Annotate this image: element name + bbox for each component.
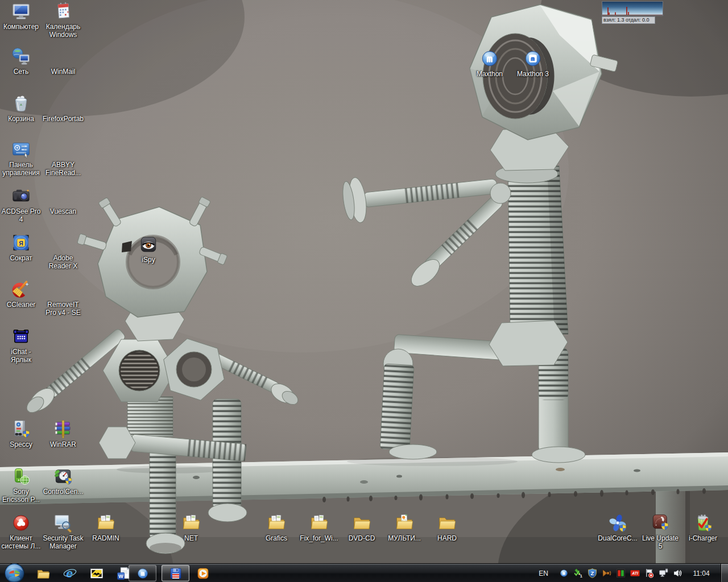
desktop-icons-layer: Компьютер Сеть Корзина Панель управления… xyxy=(0,0,728,563)
tray-layout-switcher[interactable] xyxy=(616,568,626,578)
tray-maxthon[interactable] xyxy=(559,568,569,578)
desktop-icon-label: RADMIN xyxy=(91,534,120,542)
tray-audio-horn[interactable] xyxy=(602,568,611,578)
tray-icon-image xyxy=(630,568,640,578)
desktop-icon-image xyxy=(52,419,74,439)
desktop-icon-label: Fix_for_Wi... xyxy=(299,534,339,542)
tray-icons xyxy=(559,568,682,578)
desktop-icon-live-update[interactable]: Live Update 5 xyxy=(638,513,682,550)
net-traffic-widget[interactable]: взял: 1.3 отдал: 0.0 xyxy=(602,1,663,24)
desktop-icon-maxthon3[interactable]: Maxthon 3 xyxy=(511,48,555,78)
taskbar-app-buttons xyxy=(129,564,212,582)
desktop-icon-label: Security Task Manager xyxy=(41,534,85,550)
taskbar-app-maxthon[interactable] xyxy=(129,565,156,581)
desktop-icon-sony-ericsson[interactable]: Sony Ericsson P... xyxy=(0,466,43,504)
taskbar-app-icon xyxy=(169,567,183,580)
desktop-icon-adobe-reader[interactable]: Adobe Reader X xyxy=(41,232,85,270)
desktop-icon-speccy[interactable]: Speccy xyxy=(0,419,43,448)
desktop-icon-image xyxy=(95,513,117,533)
desktop-icon-firefox-portable[interactable]: FirefoxPortab xyxy=(41,93,85,123)
desktop-icon-label: Сеть xyxy=(13,68,30,76)
desktop-icon-image xyxy=(10,139,32,160)
tray-network[interactable] xyxy=(659,568,668,578)
desktop-icon-vuescan[interactable]: Vuescan xyxy=(41,186,85,215)
desktop-icon-i-charger[interactable]: i-Charger xyxy=(681,513,725,542)
desktop-icon-control-panel[interactable]: Панель управления xyxy=(0,139,43,177)
desktop-icon-abbyy-finereader[interactable]: ABBYY FineRead... xyxy=(41,139,85,177)
desktop-icon-label: WinRAR xyxy=(49,440,77,448)
desktop-icon-lan-client[interactable]: Клиент системы Л... xyxy=(0,513,43,550)
desktop-icon-label: NET xyxy=(183,534,199,542)
desktop-icon-recycle-bin[interactable]: Корзина xyxy=(0,93,43,123)
desktop-icon-image xyxy=(52,232,74,253)
language-indicator[interactable]: EN xyxy=(536,568,551,579)
desktop-icon-image xyxy=(52,93,74,114)
desktop-icon-image xyxy=(52,466,74,487)
desktop-icon-computer[interactable]: Компьютер xyxy=(0,1,43,31)
tray-icon-image xyxy=(659,568,668,578)
desktop-icon-image xyxy=(10,326,32,347)
quick-launch-icon xyxy=(63,566,77,581)
desktop-icon-label: Vuescan xyxy=(49,207,77,215)
show-desktop-button[interactable] xyxy=(721,564,728,582)
clock[interactable]: 11:04 xyxy=(689,569,714,577)
tray-icon-image xyxy=(602,568,611,578)
desktop-icon-fix-folder[interactable]: Fix_for_Wi... xyxy=(297,513,341,542)
start-button[interactable] xyxy=(4,563,25,582)
desktop-icon-control-center[interactable]: ControlCen... xyxy=(41,466,85,496)
tray-icon-image xyxy=(573,568,583,578)
desktop-icon-winmail[interactable]: WinMail xyxy=(41,46,85,76)
desktop-icon-security-task-manager[interactable]: Security Task Manager xyxy=(41,513,85,550)
desktop-icon-label: Сократ xyxy=(9,254,33,262)
desktop-icon-grafics-folder[interactable]: Grafics xyxy=(254,513,299,542)
desktop-icon-radmin-folder[interactable]: RADMIN xyxy=(84,513,128,542)
desktop-icon-dualcore-center[interactable]: DualCoreC... xyxy=(595,513,640,542)
desktop-icon-image xyxy=(180,513,202,533)
desktop-icon-label: ABBYY FineRead... xyxy=(41,161,85,177)
desktop-icon-label: ACDSee Pro 4 xyxy=(0,207,43,223)
quicklaunch-internet-explorer[interactable] xyxy=(63,566,77,581)
desktop-icon-label: Компьютер xyxy=(2,23,40,31)
tray-icon-image xyxy=(588,568,597,578)
quicklaunch-the-bat[interactable] xyxy=(89,566,104,581)
desktop-icon-maxthon[interactable]: Maxthon xyxy=(468,48,512,78)
desktop-icon-image xyxy=(522,48,544,69)
net-traffic-stats: взял: 1.3 отдал: 0.0 xyxy=(602,16,655,24)
tray-ati-catalyst[interactable] xyxy=(630,568,640,578)
desktop-icon-windows-calendar[interactable]: Календарь Windows xyxy=(41,1,85,39)
desktop-icon-label: Live Update 5 xyxy=(638,534,682,550)
tray-icon-image xyxy=(616,568,626,578)
desktop-icon-dvdcd-folder[interactable]: DVD-CD xyxy=(340,513,384,542)
desktop-icon-label: DVD-CD xyxy=(348,534,377,542)
tray-action-center[interactable] xyxy=(644,568,654,578)
tray-zonealarm[interactable] xyxy=(588,568,597,578)
desktop-icon-ccleaner[interactable]: CCleaner xyxy=(0,279,43,309)
desktop-icon-label: HARD xyxy=(436,534,458,542)
windows-logo-icon xyxy=(4,563,25,582)
taskbar-app-media-player[interactable] xyxy=(195,565,212,581)
desktop-icon-label: Maxthon 3 xyxy=(516,70,550,78)
desktop-icon-image xyxy=(10,93,32,114)
desktop-icon-hard-folder[interactable]: HARD xyxy=(425,513,469,542)
desktop-icon-ichat[interactable]: iChat - Ярлык xyxy=(0,326,43,364)
taskbar-app-icon xyxy=(136,567,150,580)
desktop-icon-image xyxy=(308,513,330,533)
desktop-icon-image xyxy=(10,466,32,487)
desktop-icon-ispy[interactable]: iSpy xyxy=(126,234,171,264)
quicklaunch-explorer[interactable] xyxy=(36,566,51,581)
desktop-icon-image xyxy=(436,513,458,533)
desktop-icon-image xyxy=(10,419,32,439)
desktop-icon-winrar[interactable]: WinRAR xyxy=(41,419,85,448)
desktop-icon-net-folder[interactable]: NET xyxy=(169,513,213,542)
desktop-icon-image xyxy=(52,279,74,300)
desktop-icon-acdsee[interactable]: ACDSee Pro 4 xyxy=(0,186,43,223)
tray-volume[interactable] xyxy=(673,568,682,578)
desktop-icon-sokrat[interactable]: Сократ xyxy=(0,232,43,262)
desktop-icon-network[interactable]: Сеть xyxy=(0,46,43,76)
tray-downloader[interactable] xyxy=(573,568,583,578)
taskbar-app-floppy[interactable] xyxy=(162,565,189,581)
desktop-icon-removeit-pro[interactable]: RemoveIT Pro v4 - SE xyxy=(41,279,85,317)
desktop-icon-multi-folder[interactable]: МУЛЬТИ... xyxy=(382,513,427,542)
desktop-icon-image xyxy=(394,513,415,533)
desktop-icon-label: Календарь Windows xyxy=(41,23,85,39)
